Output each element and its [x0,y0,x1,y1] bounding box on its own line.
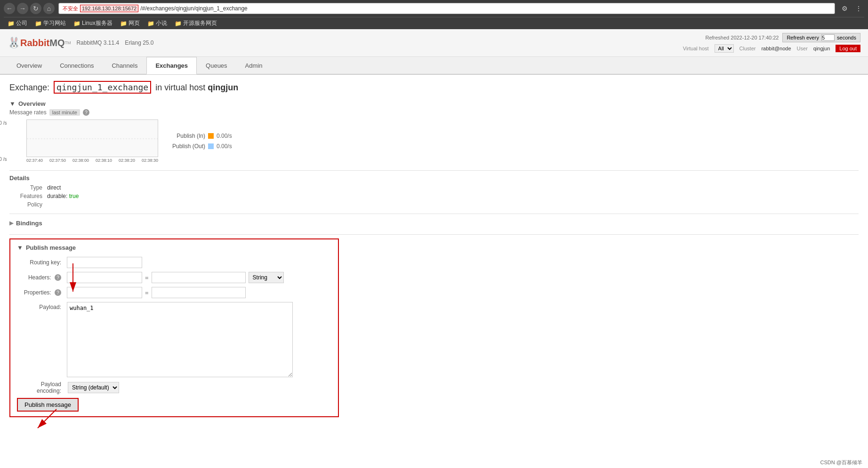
nav-admin[interactable]: Admin [236,57,272,74]
details-table: Type direct Features durable: true Polic… [9,184,859,208]
virtual-host-select[interactable]: All [715,44,734,53]
exchange-title: Exchange: qingjun_1_exchange in virtual … [9,82,859,93]
payload-encoding-select[interactable]: String (default) Base64 [68,382,119,393]
refresh-seconds-input[interactable] [821,34,835,41]
headers-row: Headers: ? = String Number Boolean [17,272,331,283]
section-divider-1 [9,170,859,171]
legend-publish-in: Publish (In) 0.00/s [168,133,232,139]
bookmark-web[interactable]: 📁 网页 [120,19,140,27]
legend-publish-in-value: 0.00/s [217,133,232,139]
publish-message-button[interactable]: Publish message [17,398,79,412]
section-divider-2 [9,214,859,214]
bookmark-label: 公司 [16,19,27,27]
payload-encoding-label: Payload encoding: [17,381,64,394]
publish-message-header[interactable]: ▼ Publish message [17,244,331,251]
publish-button-label: Publish message [24,401,71,408]
bookmark-label: 网页 [129,19,140,27]
legend-publish-in-label: Publish (In) [168,133,205,139]
chart-svg [27,120,158,157]
properties-label: Properties: ? [17,289,64,296]
overview-section-header[interactable]: ▼ Overview [9,98,859,109]
logo-tm: TM [64,40,71,45]
publish-message-section: ▼ Publish message Routing key: Headers: … [9,238,339,417]
bindings-expand-icon: ▶ [9,220,13,226]
address-bar[interactable]: 不安全 192.168.130.128:15672 /#/exchanges/q… [58,3,835,14]
url-path: /#/exchanges/qingjun/qingjun_1_exchange [140,5,248,12]
logo-rabbit-text: Rabbit [20,38,49,48]
forward-button[interactable]: → [17,3,28,14]
chart-area: 1.0 /s 0.0 /s 02:37:40 02:37:50 02:38:00… [9,119,859,163]
nav-queues[interactable]: Queues [197,57,236,74]
legend-publish-out-value: 0.00/s [217,143,232,150]
refresh-every-button[interactable]: Refresh every seconds [782,33,860,42]
user-label: User [797,46,808,51]
refresh-unit-label: seconds [837,35,856,40]
browser-chrome: ← → ↻ ⌂ 不安全 192.168.130.128:15672 /#/exc… [0,0,868,29]
nav-overview[interactable]: Overview [8,57,51,74]
bookmark-study[interactable]: 📁 学习网站 [35,19,66,27]
headers-equals: = [145,274,149,281]
headers-help-icon[interactable]: ? [55,274,61,281]
exchange-name: qingjun_1_exchange [54,81,151,94]
properties-name-input[interactable] [67,287,142,298]
logout-button[interactable]: Log out [836,45,860,52]
payload-encoding-row: Payload encoding: String (default) Base6… [17,381,331,394]
back-button[interactable]: ← [4,3,15,14]
routing-key-row: Routing key: [17,257,331,268]
chart-legend: Publish (In) 0.00/s Publish (Out) 0.00/s [168,119,232,163]
headers-type-select[interactable]: String Number Boolean [249,272,284,283]
nav-channels[interactable]: Channels [103,57,146,74]
headers-name-input[interactable] [67,272,142,283]
header-info-row: Virtual host All Cluster rabbit@node Use… [683,44,860,53]
menu-button[interactable]: ⋮ [853,3,864,14]
properties-help-icon[interactable]: ? [55,289,61,296]
bookmarks-bar: 📁 公司 📁 学习网站 📁 Linux服务器 📁 网页 📁 小说 📁 开源服务网… [4,17,864,29]
type-label: Type [9,184,47,191]
bookmark-novel[interactable]: 📁 小说 [147,19,167,27]
bookmark-label: 学习网站 [43,19,66,27]
refresh-button[interactable]: ↻ [30,3,41,14]
routing-key-input[interactable] [67,257,142,268]
payload-textarea[interactable]: wuhan_1 [67,302,293,377]
refresh-label: Refresh every [787,35,819,40]
headers-label-text: Headers: [28,274,51,281]
headers-label: Headers: ? [17,274,64,281]
bookmark-company[interactable]: 📁 公司 [8,19,27,27]
overview-section-body: Message rates last minute ? 1.0 /s 0.0 /… [9,109,859,163]
publish-message-label: Publish message [26,244,76,251]
home-button[interactable]: ⌂ [43,3,55,14]
bookmark-linux[interactable]: 📁 Linux服务器 [73,19,113,27]
main-content: Exchange: qingjun_1_exchange in virtual … [0,75,868,425]
properties-value-input[interactable] [152,287,246,298]
virtual-host-label: Virtual host [683,46,709,51]
help-icon[interactable]: ? [83,109,89,116]
main-navigation: Overview Connections Channels Exchanges … [0,57,868,75]
routing-key-label: Routing key: [17,259,64,266]
browser-actions: ⚙ ⋮ [839,3,864,14]
chart-container: 1.0 /s 0.0 /s 02:37:40 02:37:50 02:38:00… [9,119,158,163]
overview-section: ▼ Overview Message rates last minute ? 1… [9,98,859,163]
cluster-label: Cluster [739,46,756,51]
message-rates-text: Message rates [9,109,47,116]
refreshed-text: Refreshed 2022-12-20 17:40:22 [705,35,779,40]
extensions-button[interactable]: ⚙ [839,3,850,14]
folder-icon: 📁 [35,20,42,27]
url-prefix: 192.168.130.128:15672 [80,5,138,12]
type-value: direct [47,184,61,191]
bookmark-label: Linux服务器 [82,19,113,27]
properties-row: Properties: ? = [17,287,331,298]
nav-exchanges[interactable]: Exchanges [146,57,197,74]
headers-value-input[interactable] [152,272,246,283]
chart-y-top: 1.0 /s [0,120,7,126]
bookmark-opensource[interactable]: 📁 开源服务网页 [175,19,217,27]
message-rate-chart [26,119,158,157]
x-label-4: 02:38:10 [96,158,112,163]
x-label-1: 02:37:40 [26,158,43,163]
legend-publish-out-label: Publish (Out) [168,143,205,150]
details-title: Details [9,175,859,182]
properties-equals: = [145,289,149,296]
time-filter-badge[interactable]: last minute [49,109,80,116]
folder-icon: 📁 [120,20,127,27]
bindings-header[interactable]: ▶ Bindings [9,218,859,229]
nav-connections[interactable]: Connections [51,57,103,74]
